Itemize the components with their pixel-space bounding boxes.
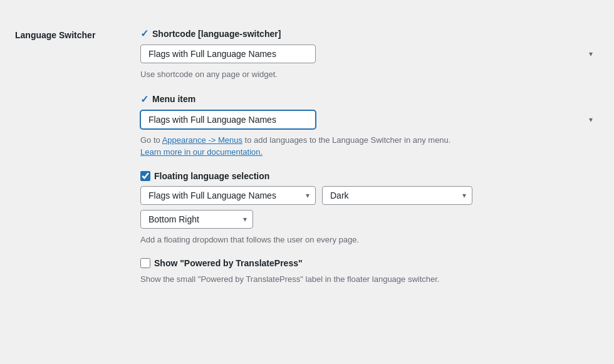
shortcode-checkmark-icon: ✓ xyxy=(140,28,148,39)
menu-item-checkmark-icon: ✓ xyxy=(140,93,148,105)
menu-item-helper-prefix: Go to xyxy=(140,135,162,145)
language-switcher-settings: Language Switcher ✓ Shortcode [language-… xyxy=(0,15,614,298)
shortcode-helper-text: Use shortcode on any page or widget. xyxy=(140,68,599,81)
shortcode-section: ✓ Shortcode [language-switcher] Flags wi… xyxy=(140,28,599,81)
powered-by-checkbox[interactable] xyxy=(140,258,150,268)
floating-display-select-wrapper: Flags with Full Language Names Flags wit… xyxy=(140,186,316,205)
shortcode-chevron-icon: ▾ xyxy=(589,49,593,58)
floating-checkbox[interactable] xyxy=(140,171,150,181)
menu-item-chevron-icon: ▾ xyxy=(589,115,593,124)
shortcode-title-text: Shortcode [language-switcher] xyxy=(152,29,281,39)
floating-theme-select-wrapper: Dark Light ▾ xyxy=(322,186,472,205)
floating-helper-text: Add a floating dropdown that follows the… xyxy=(140,234,599,246)
appearance-menus-link[interactable]: Appearance -> Menus xyxy=(162,135,242,145)
shortcode-display-select[interactable]: Flags with Full Language Names Flags wit… xyxy=(140,44,316,63)
settings-label: Language Switcher xyxy=(15,28,140,286)
floating-position-select-wrapper: Bottom Right Bottom Left Top Right Top L… xyxy=(140,210,253,229)
menu-item-display-select-wrapper: Flags with Full Language Names Flags wit… xyxy=(140,110,599,129)
menu-item-title: ✓ Menu item xyxy=(140,93,599,105)
floating-position-select[interactable]: Bottom Right Bottom Left Top Right Top L… xyxy=(140,210,253,229)
powered-by-checkbox-wrapper: Show "Powered by TranslatePress" xyxy=(140,258,599,268)
floating-select-row: Flags with Full Language Names Flags wit… xyxy=(140,186,599,205)
floating-position-row: Bottom Right Bottom Left Top Right Top L… xyxy=(140,210,599,229)
floating-theme-select[interactable]: Dark Light xyxy=(322,186,472,205)
shortcode-display-select-wrapper: Flags with Full Language Names Flags wit… xyxy=(140,44,599,63)
floating-display-select[interactable]: Flags with Full Language Names Flags wit… xyxy=(140,186,316,205)
powered-by-helper-text: Show the small "Powered by TranslatePres… xyxy=(140,273,599,286)
powered-by-section: Show "Powered by TranslatePress" Show th… xyxy=(140,258,599,286)
shortcode-title: ✓ Shortcode [language-switcher] xyxy=(140,28,599,39)
learn-more-link[interactable]: Learn more in our documentation. xyxy=(140,147,263,157)
menu-item-helper-middle: to add languages to the Language Switche… xyxy=(242,135,450,145)
menu-item-section: ✓ Menu item Flags with Full Language Nam… xyxy=(140,93,599,159)
settings-content: ✓ Shortcode [language-switcher] Flags wi… xyxy=(140,28,599,286)
floating-checkbox-wrapper: Floating language selection xyxy=(140,171,599,181)
menu-item-title-text: Menu item xyxy=(152,94,195,104)
powered-by-checkbox-label[interactable]: Show "Powered by TranslatePress" xyxy=(154,258,303,268)
floating-checkbox-label[interactable]: Floating language selection xyxy=(154,171,269,181)
floating-section: Floating language selection Flags with F… xyxy=(140,171,599,246)
menu-item-helper-text: Go to Appearance -> Menus to add languag… xyxy=(140,134,599,159)
menu-item-display-select[interactable]: Flags with Full Language Names Flags wit… xyxy=(140,110,316,129)
